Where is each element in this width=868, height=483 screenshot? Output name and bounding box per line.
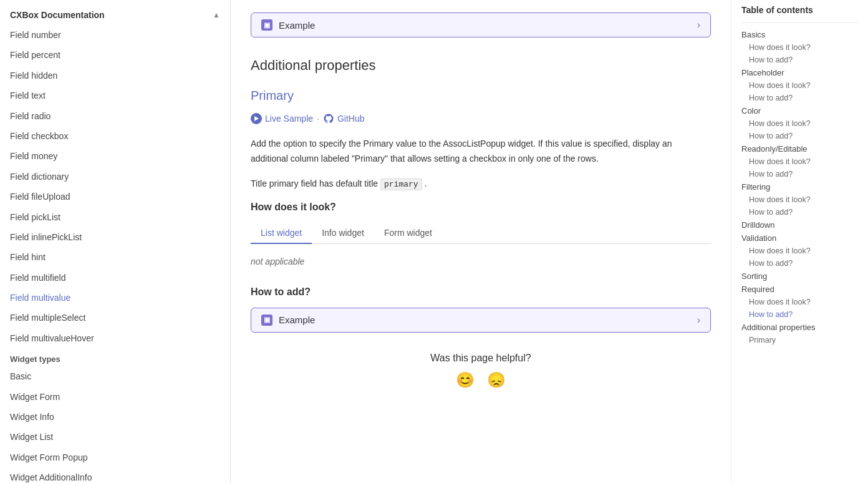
svg-marker-0	[254, 116, 259, 121]
tab-form-widget[interactable]: Form widget	[374, 223, 442, 244]
toc-item-basics[interactable]: Basics	[741, 28, 858, 41]
tabs-container: List widgetInfo widgetForm widget	[251, 223, 442, 243]
feedback-happy-icon[interactable]: 😊	[456, 371, 475, 389]
toc-item-how-does-it-look[interactable]: How does it look?	[741, 79, 858, 92]
links-row: Live Sample · GitHub	[251, 113, 711, 124]
toc-item-required[interactable]: Required	[741, 283, 858, 296]
toc-item-sorting[interactable]: Sorting	[741, 270, 858, 283]
toc-item-how-to-add[interactable]: How to add?	[741, 54, 858, 66]
toc-item-drilldown[interactable]: Drilldown	[741, 218, 858, 232]
toc-item-readonly-editable[interactable]: Readonly/Editable	[741, 142, 858, 155]
example-top-icon: ▣	[261, 19, 272, 31]
toc-item-how-does-it-look[interactable]: How does it look?	[741, 193, 858, 206]
example-bottom-block[interactable]: ▣ Example ›	[251, 308, 711, 333]
toc-item-how-to-add[interactable]: How to add?	[741, 257, 858, 270]
sidebar-item-field-hidden[interactable]: Field hidden	[0, 66, 230, 85]
sidebar-items: Field numberField percentField hiddenFie…	[0, 25, 230, 348]
tab-list-widget[interactable]: List widget	[251, 223, 312, 244]
sidebar-item-field-multivalue[interactable]: Field multivalue	[0, 288, 230, 308]
sidebar-item-field-number[interactable]: Field number	[0, 25, 230, 45]
toc-item-filtering[interactable]: Filtering	[741, 180, 858, 193]
toc-item-how-to-add[interactable]: How to add?	[741, 92, 858, 104]
toc-item-how-does-it-look[interactable]: How does it look?	[741, 245, 858, 257]
how-to-add-heading: How to add?	[251, 286, 711, 298]
sidebar-item-field-picklist[interactable]: Field pickList	[0, 207, 230, 227]
sidebar-item-field-radio[interactable]: Field radio	[0, 106, 230, 126]
how-does-it-look-heading: How does it look?	[251, 202, 711, 213]
feedback-icons: 😊 😞	[251, 371, 711, 389]
toc-items: BasicsHow does it look?How to add?Placeh…	[741, 28, 858, 346]
sidebar-item-widget-info[interactable]: Widget Info	[0, 407, 230, 427]
toc-item-how-does-it-look[interactable]: How does it look?	[741, 117, 858, 130]
sidebar-item-widget-form[interactable]: Widget Form	[0, 387, 230, 407]
sidebar-header: CXBox Documentation ▲	[0, 5, 230, 25]
sidebar-item-widget-list[interactable]: Widget List	[0, 427, 230, 447]
example-top-label: Example	[279, 20, 315, 31]
example-top-chevron: ›	[697, 19, 700, 31]
toc-item-placeholder[interactable]: Placeholder	[741, 66, 858, 79]
tab-info-widget[interactable]: Info widget	[312, 223, 374, 244]
sidebar-item-field-multipleselect[interactable]: Field multipleSelect	[0, 308, 230, 328]
not-applicable-text: not applicable	[251, 256, 711, 266]
sidebar-item-widget-additionalinfo[interactable]: Widget AdditionalInfo	[0, 467, 230, 483]
example-bottom-chevron: ›	[697, 315, 700, 326]
toc-item-how-to-add[interactable]: How to add?	[741, 168, 858, 180]
example-bottom-icon: ▣	[261, 315, 272, 326]
feedback-sad-icon[interactable]: 😞	[487, 371, 506, 389]
example-top-block[interactable]: ▣ Example ›	[251, 12, 711, 37]
sidebar-item-field-text[interactable]: Field text	[0, 85, 230, 105]
toc-item-how-does-it-look[interactable]: How does it look?	[741, 41, 858, 54]
play-icon	[251, 113, 262, 124]
toc-header: Table of contents	[741, 0, 858, 23]
github-icon	[323, 113, 334, 124]
toc-item-validation[interactable]: Validation	[741, 232, 858, 245]
sidebar-item-field-money[interactable]: Field money	[0, 146, 230, 166]
live-sample-link[interactable]: Live Sample	[251, 113, 313, 124]
sidebar-item-field-fileupload[interactable]: Field fileUpload	[0, 187, 230, 207]
toc-item-how-does-it-look[interactable]: How does it look?	[741, 155, 858, 168]
sidebar-item-widget-form-popup[interactable]: Widget Form Popup	[0, 447, 230, 467]
sidebar-item-field-multivaluehover[interactable]: Field multivalueHover	[0, 328, 230, 348]
inline-code-primary: primary	[380, 178, 422, 190]
toc-panel: Table of contents BasicsHow does it look…	[731, 0, 868, 483]
sidebar-title: CXBox Documentation	[10, 10, 105, 20]
sidebar-item-field-checkbox[interactable]: Field checkbox	[0, 126, 230, 146]
link-separator: ·	[317, 114, 319, 124]
subsection-title: Primary	[251, 89, 711, 103]
toc-item-color[interactable]: Color	[741, 104, 858, 117]
feedback-section: Was this page helpful? 😊 😞	[251, 353, 711, 389]
sidebar-item-field-dictionary[interactable]: Field dictionary	[0, 167, 230, 187]
sidebar-item-field-hint[interactable]: Field hint	[0, 247, 230, 267]
sidebar: CXBox Documentation ▲ Field numberField …	[0, 0, 231, 483]
sidebar-collapse-icon[interactable]: ▲	[213, 11, 220, 19]
github-link[interactable]: GitHub	[323, 113, 365, 124]
toc-item-how-to-add[interactable]: How to add?	[741, 308, 858, 321]
toc-item-additional-properties[interactable]: Additional properties	[741, 321, 858, 334]
sidebar-item-basic[interactable]: Basic	[0, 366, 230, 386]
main-content: ▣ Example › Additional properties Primar…	[231, 0, 731, 483]
tabs-row: List widgetInfo widgetForm widget	[251, 223, 711, 244]
sidebar-item-field-inlinepicklist[interactable]: Field inlinePickList	[0, 227, 230, 247]
section-title: Additional properties	[251, 57, 711, 74]
example-bottom-label: Example	[279, 315, 315, 325]
sidebar-widget-items: BasicWidget FormWidget InfoWidget ListWi…	[0, 366, 230, 483]
toc-item-how-does-it-look[interactable]: How does it look?	[741, 296, 858, 308]
feedback-title: Was this page helpful?	[251, 353, 711, 364]
toc-item-primary[interactable]: Primary	[741, 334, 858, 346]
toc-item-how-to-add[interactable]: How to add?	[741, 130, 858, 142]
description-1: Add the option to specify the Primary va…	[251, 137, 700, 167]
sidebar-item-field-multifield[interactable]: Field multifield	[0, 268, 230, 288]
description-2: Title primary field has default title pr…	[251, 177, 700, 192]
sidebar-item-field-percent[interactable]: Field percent	[0, 45, 230, 65]
toc-item-how-to-add[interactable]: How to add?	[741, 206, 858, 218]
sidebar-widget-section: Widget types	[0, 348, 230, 366]
